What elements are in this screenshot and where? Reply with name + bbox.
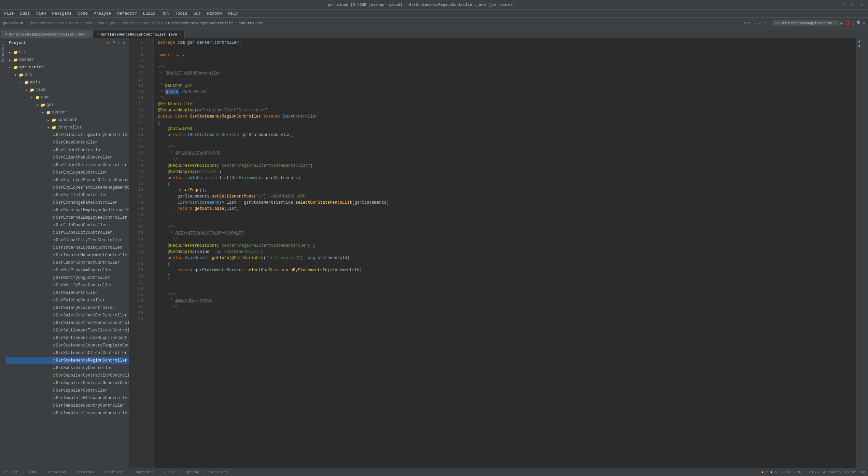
menu-refactor[interactable]: Refactor	[114, 11, 140, 17]
tree-item-supplier-eor[interactable]: C GsrSupplierContractEorController	[6, 372, 129, 379]
impl-icon[interactable]: ↓	[149, 169, 151, 175]
tree-item-center[interactable]: ▾ 📁 center	[6, 109, 129, 116]
tree-item-gsr-center[interactable]: ▾ 📁 gsr-center	[6, 64, 129, 71]
tree-item-controller[interactable]: ▾ 📁 controller	[6, 124, 129, 131]
code-lines[interactable]: package com.gsr.center.controller; impor…	[154, 38, 856, 468]
menu-navigate[interactable]: Navigate	[49, 11, 74, 17]
project-collapse-icon[interactable]: ≡	[112, 40, 115, 46]
tree-item-settlement-client[interactable]: C GsrSettlementTaskClientController	[6, 327, 129, 334]
project-close-icon[interactable]: ✕	[122, 40, 126, 46]
tree-item-client-menu[interactable]: C GsrClientMenuController	[6, 154, 129, 161]
menu-tools[interactable]: Tools	[172, 11, 190, 17]
menu-code[interactable]: Code	[75, 11, 90, 17]
spring-status[interactable]: Spring	[186, 470, 199, 474]
run-button[interactable]: ▶	[840, 20, 843, 26]
tree-item-gsr[interactable]: ▾ 📁 gsr	[6, 101, 129, 109]
tree-item-com[interactable]: ▾ 📁 com	[6, 94, 129, 101]
tree-item-employee-template[interactable]: C GsrEmployeeTemplateManagementControlle…	[6, 184, 129, 191]
tree-item-employee-moment[interactable]: C GsrEmployeeMomentOfTruthController	[6, 176, 129, 184]
tree-item-subsidiary[interactable]: C GsrSubsidiaryController	[6, 364, 129, 372]
event-log[interactable]: Event Log	[845, 470, 865, 474]
build-status[interactable]: Build	[164, 470, 176, 474]
close-button[interactable]: ✕	[858, 2, 865, 8]
tree-item-java[interactable]: ▾ 📁 java	[6, 86, 129, 94]
tree-item-template-insurance[interactable]: C GsrTemplateInsuranceController	[6, 409, 129, 417]
tree-item-template-allowance[interactable]: C GsrTemplateAllowanceController	[6, 394, 129, 402]
tree-item-calculating[interactable]: C GsrCalculatingSalaryController	[6, 131, 129, 139]
debug-button[interactable]: 🐞	[845, 20, 851, 26]
encoding-indicator[interactable]: UTF-8	[808, 470, 819, 474]
terminal-status[interactable]: Terminal	[76, 470, 95, 474]
maximize-button[interactable]: □	[849, 2, 856, 8]
impl-icon[interactable]: ↓	[149, 113, 151, 120]
profiler-status[interactable]: Profiler	[105, 470, 123, 474]
search-everywhere-button[interactable]: 🔍	[856, 21, 862, 26]
tree-item-constant[interactable]: ▸ 📁 constant	[6, 116, 129, 124]
tree-item-client-settlement[interactable]: C GsrClientSettlementController	[6, 161, 129, 169]
tree-item-salary[interactable]: C GsrSalaryPlaceController	[6, 304, 129, 312]
tree-item-statements-client[interactable]: C GsrStatementsClientController	[6, 349, 129, 357]
code-line-68	[158, 310, 856, 316]
menu-run[interactable]: Run	[159, 11, 172, 17]
tree-item-min-program[interactable]: C GsrMinProgramController	[6, 267, 129, 274]
tree-item-supplier[interactable]: C GsrSupplierController	[6, 387, 129, 394]
project-locate-icon[interactable]: ◎	[117, 40, 121, 46]
tree-item-external-employee[interactable]: C GsrExternalEmployeeController	[6, 214, 129, 221]
tree-item-settlement-supplier[interactable]: C GsrSettlementTaskSupplierController	[6, 334, 129, 342]
left-tab-structure[interactable]: Structure	[0, 41, 5, 65]
tree-item-src[interactable]: ▾ 📁 src	[6, 71, 129, 79]
tree-item-file-down[interactable]: C GsrFileDownController	[6, 221, 129, 229]
endpoints-status[interactable]: Endpoints	[134, 470, 154, 474]
git-status[interactable]: Git	[11, 470, 18, 474]
tree-item-docker[interactable]: ▸ 📁 docker	[6, 56, 129, 64]
tree-item-internal[interactable]: C GsrInternalCodingController	[6, 244, 129, 251]
tab-statements-close[interactable]: ✕	[179, 32, 181, 37]
tree-item-supplier-general[interactable]: C GsrSupplierContractGeneralController	[6, 379, 129, 387]
tree-item-global-city-tree[interactable]: C GsrGlobalCityTreeController	[6, 236, 129, 244]
tree-item-statement-country[interactable]: C GsrStatementCountryTemplateController	[6, 342, 129, 349]
tree-item-bin[interactable]: ▸ 📁 bin	[6, 49, 129, 56]
tree-item-main[interactable]: ▾ 📁 main	[6, 79, 129, 86]
tree-item-rule[interactable]: C GsrRuleController	[6, 289, 129, 297]
indent-indicator[interactable]: 4 spaces	[823, 470, 841, 474]
tree-item-template-country[interactable]: C GsrTemplateCountryController	[6, 402, 129, 409]
settings-button[interactable]: ⚙	[863, 21, 865, 26]
crlf-indicator[interactable]: CRLF	[794, 470, 803, 474]
tree-item-statements-region[interactable]: C GsrStatementsRegionController	[6, 357, 129, 364]
tree-item-notify-log[interactable]: C GsrNotifyLogController	[6, 274, 129, 282]
tree-item-exchange[interactable]: C GsrExchangeRateController	[6, 199, 129, 206]
todo-status[interactable]: TODO	[28, 470, 37, 474]
line-numbers: 1 2 3 24 25 26 27 28 29 30 31 32 33 34 3…	[129, 38, 146, 468]
tree-item-case[interactable]: C GsrCaseController	[6, 139, 129, 146]
impl-icon[interactable]: ↓	[149, 132, 151, 138]
menu-help[interactable]: Help	[225, 11, 240, 17]
impl-icon[interactable]: ↓	[149, 249, 151, 255]
tree-item-global-city[interactable]: C GsrGlobalCityController	[6, 229, 129, 236]
tree-item-external-additional[interactable]: C GsrExternalEmployeeAdditionalControlle…	[6, 206, 129, 214]
minimize-button[interactable]: ─	[840, 2, 847, 8]
tree-item-rule-log[interactable]: C GsrRuleLogController	[6, 297, 129, 304]
tab-statements-region[interactable]: J GsrStatementsRegionController.java ✕	[93, 30, 184, 38]
project-settings-icon[interactable]: ⚙	[107, 40, 110, 46]
tab-external-employee[interactable]: J GsrExternalEmployeeController.java ✕	[1, 30, 93, 38]
tree-item-employee[interactable]: C GsrEmployeeController	[6, 169, 129, 176]
tab-external-close[interactable]: ✕	[87, 32, 89, 37]
tree-item-client[interactable]: C GsrClientController	[6, 146, 129, 154]
menu-git[interactable]: Git	[191, 11, 204, 17]
run-config[interactable]: ⚙ GsrMinProgramApplication ▾	[772, 20, 839, 26]
menu-file[interactable]: File	[1, 11, 17, 17]
menu-edit[interactable]: Edit	[17, 11, 33, 17]
tree-item-notify-task[interactable]: C GsrNotifyTaskController	[6, 282, 129, 289]
tree-item-eor-field[interactable]: C GsrEorFieldController	[6, 191, 129, 199]
menu-view[interactable]: View	[33, 11, 49, 17]
code-content[interactable]: 1 2 3 24 25 26 27 28 29 30 31 32 33 34 3…	[129, 38, 862, 468]
problems-status[interactable]: Problems	[48, 470, 66, 474]
menu-window[interactable]: Window	[204, 11, 224, 17]
menu-build[interactable]: Build	[140, 11, 158, 17]
services-status[interactable]: Services	[210, 470, 228, 474]
tree-item-sales-general[interactable]: C GsrSalesContractGeneralController	[6, 319, 129, 327]
tree-item-labor[interactable]: C GsrLaborContractController	[6, 259, 129, 267]
tree-item-sales-eor[interactable]: C GsrSalesContractEorController	[6, 312, 129, 319]
menu-analyze[interactable]: Analyze	[91, 11, 114, 17]
tree-item-invoice[interactable]: C GsrInvoiceManagementController	[6, 251, 129, 259]
